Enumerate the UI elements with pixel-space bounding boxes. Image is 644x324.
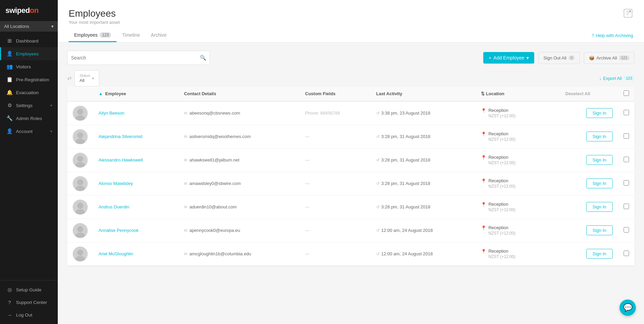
- dashboard-icon: ⊞: [6, 38, 13, 44]
- activity-icon: ↺: [376, 228, 380, 233]
- add-employee-button[interactable]: + Add Employee ▾: [483, 52, 534, 64]
- sign-in-button[interactable]: Sign In: [586, 225, 613, 235]
- title-group: Employees Your most important asset: [69, 8, 120, 25]
- location-pin-icon: 📍: [481, 225, 486, 231]
- custom-fields-value: —: [305, 134, 310, 139]
- sidebar-item-employees[interactable]: 👤 Employees: [0, 47, 58, 60]
- export-label: Export All: [603, 76, 622, 81]
- tab-archive[interactable]: Archive: [145, 29, 172, 42]
- checkbox-cell: [618, 195, 634, 219]
- sidebar-item-account[interactable]: 👤 Account ▾: [0, 125, 58, 138]
- checkbox-cell: [618, 148, 634, 172]
- sidebar-item-evacuation[interactable]: 🔔 Evacuation: [0, 86, 58, 99]
- activity-value: 3:28 pm, 31 August 2018: [381, 157, 431, 163]
- top-right-icon[interactable]: [623, 8, 633, 20]
- sidebar-item-log-out[interactable]: → Log Out: [0, 309, 58, 321]
- location-name: Reception: [488, 131, 515, 136]
- location-pin-icon: 📍: [481, 202, 486, 207]
- last-activity: ↺ 3:28 pm, 31 August 2018: [376, 204, 470, 209]
- search-icon: 🔍: [200, 55, 206, 61]
- table-row: Alejandrina Silversmid ✉ asilversmidq@wo…: [67, 125, 634, 148]
- sign-in-button[interactable]: Sign In: [586, 202, 613, 212]
- employee-name[interactable]: Alejandrina Silversmid: [99, 134, 142, 139]
- sidebar-item-pre-registration[interactable]: 📋 Pre-Registration: [0, 73, 58, 86]
- name-cell: Andrus Duerdin: [93, 195, 178, 219]
- contact-email: ✉ asilversmidq@woothemes.com: [184, 134, 294, 139]
- th-employee[interactable]: ▲ Employee: [93, 86, 178, 101]
- tab-employees[interactable]: Employees 123: [69, 29, 117, 42]
- location-info: 📍 Reception NZST (+12:00): [481, 108, 554, 118]
- action-cell: Sign In: [560, 172, 619, 195]
- row-checkbox[interactable]: [624, 157, 629, 162]
- help-archiving-link[interactable]: ? Help with Archiving: [592, 33, 633, 38]
- location-details: Reception NZST (+12:00): [488, 178, 515, 189]
- location-timezone: NZST (+12:00): [488, 184, 515, 189]
- table-row: Alonso Mawdsley ✉ amawdsley0@sbwire.com …: [67, 172, 634, 195]
- th-employee-label: Employee: [105, 91, 126, 96]
- status-filter[interactable]: Status All ▾: [74, 70, 99, 86]
- sidebar-item-label: Support Center: [16, 300, 47, 305]
- location-cell: 📍 Reception NZST (+12:00): [475, 101, 560, 125]
- employee-name[interactable]: Andrus Duerdin: [99, 204, 129, 209]
- avatar: [73, 129, 88, 144]
- custom-fields-cell: Phone: 89456789: [300, 101, 371, 125]
- export-all-button[interactable]: ↓ Export All 123: [599, 76, 634, 81]
- row-checkbox[interactable]: [624, 251, 629, 256]
- location-info: 📍 Reception NZST (+12:00): [481, 202, 554, 212]
- sign-in-button[interactable]: Sign In: [586, 178, 613, 188]
- th-checkbox: [618, 86, 634, 101]
- employee-name[interactable]: Alessandro Hawkswell: [99, 157, 143, 163]
- help-label: Help with Archiving: [596, 33, 633, 38]
- last-activity: ↺ 3:38 pm, 23 August 2018: [376, 110, 470, 116]
- chat-button[interactable]: 💬: [620, 300, 636, 316]
- sign-in-button[interactable]: Sign In: [586, 249, 613, 259]
- archive-all-button[interactable]: 📦 Archive All 121: [584, 52, 634, 64]
- avatar-cell: [67, 101, 93, 125]
- custom-fields-value: —: [305, 228, 310, 233]
- th-activity-label: Last Activity: [376, 91, 402, 96]
- row-checkbox[interactable]: [624, 227, 629, 233]
- location-pin-icon: 📍: [481, 108, 486, 113]
- visitors-icon: 👥: [6, 64, 13, 70]
- row-checkbox[interactable]: [624, 204, 629, 209]
- sign-in-button[interactable]: Sign In: [586, 132, 613, 141]
- location-selector[interactable]: All Locations ▾: [0, 21, 58, 32]
- sidebar-item-dashboard[interactable]: ⊞ Dashboard: [0, 34, 58, 47]
- chat-icon: 💬: [623, 303, 632, 312]
- dropdown-arrow-icon: ▾: [526, 55, 529, 61]
- employee-name[interactable]: Ailyn Beeson: [99, 110, 124, 116]
- email-icon: ✉: [184, 111, 187, 116]
- sign-in-button[interactable]: Sign In: [586, 155, 613, 165]
- activity-icon: ↺: [376, 111, 380, 116]
- sign-out-all-button[interactable]: Sign Out All 0: [538, 52, 580, 64]
- email-value: asilversmidq@woothemes.com: [189, 134, 250, 139]
- sidebar-item-settings[interactable]: ⚙ Settings ▾: [0, 99, 58, 112]
- sidebar-item-visitors[interactable]: 👥 Visitors: [0, 60, 58, 73]
- sidebar-item-setup-guide[interactable]: ◎ Setup Guide: [0, 283, 58, 296]
- row-checkbox[interactable]: [624, 133, 629, 139]
- search-input[interactable]: [71, 55, 200, 61]
- location-cell: 📍 Reception NZST (+12:00): [475, 219, 560, 242]
- row-checkbox[interactable]: [624, 110, 629, 115]
- svg-point-12: [75, 186, 85, 191]
- custom-fields-cell: —: [300, 125, 371, 148]
- sidebar-item-support-center[interactable]: ? Support Center: [0, 296, 58, 309]
- export-badge: 123: [624, 76, 634, 81]
- filter-row: ⇄ Status All ▾ ↓ Export All 123: [67, 70, 634, 86]
- sign-in-button[interactable]: Sign In: [586, 108, 613, 118]
- employee-name[interactable]: Ariel McGloughlin: [99, 251, 133, 256]
- location-cell: 📍 Reception NZST (+12:00): [475, 242, 560, 266]
- location-sort-icon: ⇅: [481, 91, 485, 96]
- activity-icon: ↺: [376, 134, 380, 139]
- sidebar-item-admin-roles[interactable]: 🔧 Admin Roles: [0, 112, 58, 125]
- search-box[interactable]: 🔍: [67, 51, 210, 65]
- th-action: Deselect All: [560, 86, 619, 101]
- deselect-all-button[interactable]: Deselect All: [565, 91, 590, 96]
- employee-name[interactable]: Alonso Mawdsley: [99, 181, 133, 186]
- employee-name[interactable]: Annalise Pennycook: [99, 228, 139, 233]
- row-checkbox[interactable]: [624, 180, 629, 186]
- select-all-checkbox[interactable]: [624, 90, 629, 96]
- sidebar-item-label: Log Out: [16, 312, 32, 318]
- last-activity-cell: ↺ 3:38 pm, 23 August 2018: [371, 101, 476, 125]
- tab-timeline[interactable]: Timeline: [117, 29, 145, 42]
